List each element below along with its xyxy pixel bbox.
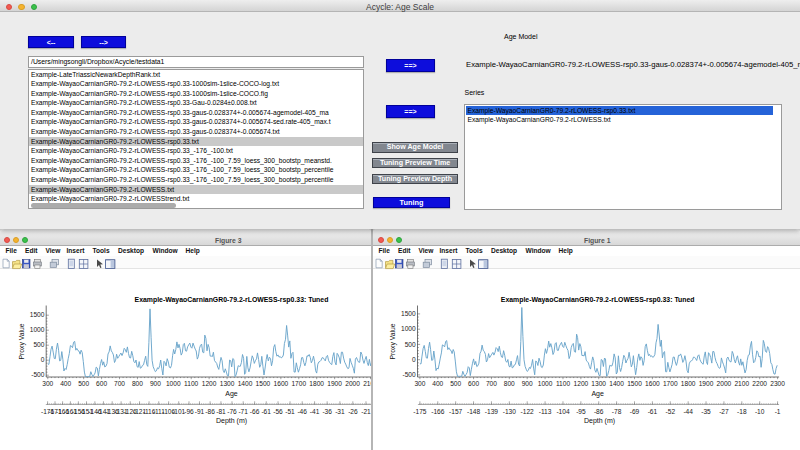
svg-text:1100: 1100 [184,380,199,387]
svg-text:1900: 1900 [327,380,342,387]
svg-text:1000: 1000 [166,380,181,387]
svg-text:-56: -56 [273,408,283,415]
svg-text:500: 500 [405,341,416,348]
svg-text:0: 0 [412,356,416,363]
svg-text:0: 0 [41,356,45,363]
svg-text:Proxy Value: Proxy Value [18,323,26,359]
svg-text:2000: 2000 [345,380,360,387]
svg-text:-86: -86 [205,408,215,415]
svg-text:-500: -500 [31,371,45,378]
svg-text:1300: 1300 [591,380,606,387]
svg-text:1800: 1800 [681,380,696,387]
svg-text:1600: 1600 [274,380,289,387]
svg-text:-35: -35 [701,408,711,415]
svg-text:-44: -44 [683,408,693,415]
svg-text:-61: -61 [261,408,271,415]
svg-text:2200: 2200 [752,380,767,387]
svg-text:2100: 2100 [734,380,749,387]
svg-text:2100: 2100 [363,380,371,387]
svg-text:-113: -113 [539,408,552,415]
svg-text:-157: -157 [449,408,463,415]
svg-text:1500: 1500 [256,380,271,387]
svg-text:600: 600 [468,380,479,387]
svg-text:-61: -61 [648,408,658,415]
svg-text:600: 600 [96,380,107,387]
svg-text:-86: -86 [594,408,604,415]
svg-text:500: 500 [33,341,44,348]
svg-text:-69: -69 [630,408,640,415]
svg-text:-175: -175 [413,408,427,415]
svg-text:-46: -46 [297,408,307,415]
svg-text:1400: 1400 [609,380,624,387]
svg-text:Depth (m): Depth (m) [216,417,247,425]
svg-text:1800: 1800 [309,380,324,387]
svg-text:Proxy Value: Proxy Value [389,323,397,359]
svg-text:1100: 1100 [556,380,571,387]
svg-text:500: 500 [78,380,89,387]
svg-text:-27: -27 [719,408,729,415]
svg-text:-96: -96 [184,408,194,415]
svg-text:1200: 1200 [202,380,217,387]
svg-text:-91: -91 [195,408,205,415]
svg-text:900: 900 [150,380,161,387]
svg-text:700: 700 [486,380,497,387]
svg-text:1700: 1700 [663,380,678,387]
svg-text:700: 700 [114,380,125,387]
svg-text:400: 400 [432,380,443,387]
svg-text:1000: 1000 [538,380,553,387]
svg-text:-76: -76 [227,408,237,415]
svg-text:1200: 1200 [574,380,589,387]
svg-text:800: 800 [504,380,515,387]
svg-text:-31: -31 [335,408,345,415]
svg-text:-130: -130 [503,408,517,415]
svg-text:-122: -122 [521,408,535,415]
svg-text:-500: -500 [402,371,416,378]
svg-text:1500: 1500 [627,380,642,387]
svg-text:-71: -71 [238,408,248,415]
svg-text:-81: -81 [216,408,226,415]
svg-text:-10: -10 [755,408,765,415]
svg-text:-51: -51 [285,408,295,415]
svg-text:-148: -148 [467,408,481,415]
svg-text:-95: -95 [576,408,586,415]
svg-text:-139: -139 [485,408,499,415]
svg-text:Example-WayaoCarnianGR0-79.2-r: Example-WayaoCarnianGR0-79.2-rLOWESS-rsp… [501,296,695,304]
svg-text:1000: 1000 [401,325,416,332]
svg-text:-166: -166 [431,408,445,415]
svg-text:-36: -36 [322,408,332,415]
svg-text:1300: 1300 [220,380,235,387]
svg-text:1700: 1700 [291,380,306,387]
svg-text:500: 500 [450,380,461,387]
svg-text:2000: 2000 [717,380,732,387]
svg-text:800: 800 [132,380,143,387]
svg-text:-104: -104 [556,408,570,415]
svg-text:Depth (m): Depth (m) [584,417,615,425]
svg-text:-78: -78 [612,408,622,415]
svg-text:1900: 1900 [699,380,714,387]
svg-text:1600: 1600 [645,380,660,387]
svg-text:Example-WayaoCarnianGR0-79.2-r: Example-WayaoCarnianGR0-79.2-rLOWESS-rsp… [135,296,329,304]
svg-text:-21: -21 [361,408,371,415]
svg-text:300: 300 [42,380,53,387]
svg-text:-41: -41 [310,408,320,415]
svg-text:400: 400 [60,380,71,387]
svg-text:1500: 1500 [30,311,45,318]
svg-text:Age: Age [591,390,604,398]
svg-text:-1: -1 [775,408,781,415]
svg-text:-52: -52 [666,408,676,415]
svg-text:1500: 1500 [401,310,416,317]
svg-text:-66: -66 [250,408,260,415]
svg-text:Age: Age [225,390,238,398]
svg-text:1000: 1000 [30,326,45,333]
svg-text:300: 300 [414,380,425,387]
svg-text:900: 900 [522,380,533,387]
svg-text:2300: 2300 [770,380,785,387]
svg-text:1400: 1400 [238,380,253,387]
svg-text:-26: -26 [348,408,358,415]
svg-text:-18: -18 [737,408,747,415]
